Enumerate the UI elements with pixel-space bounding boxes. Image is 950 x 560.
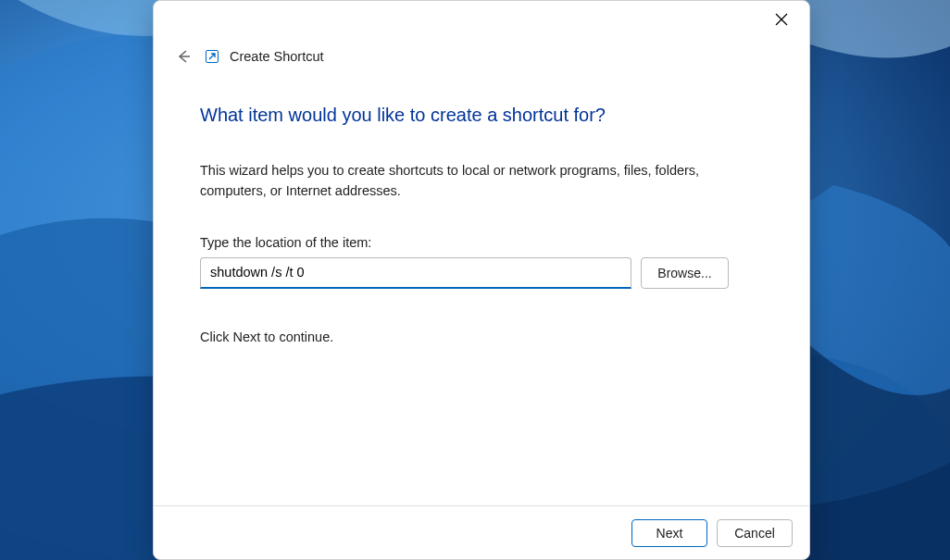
close-icon — [775, 13, 788, 26]
location-label: Type the location of the item: — [200, 235, 763, 250]
close-button[interactable] — [765, 5, 798, 34]
page-heading: What item would you like to create a sho… — [200, 105, 763, 126]
location-input-row: Browse... — [200, 257, 763, 289]
shortcut-overlay-icon — [206, 50, 219, 63]
cancel-button[interactable]: Cancel — [717, 519, 793, 547]
back-button[interactable] — [172, 45, 194, 68]
dialog-footer: Next Cancel — [154, 505, 809, 559]
location-input[interactable] — [200, 257, 631, 289]
titlebar — [154, 1, 809, 38]
next-button[interactable]: Next — [631, 519, 707, 547]
wizard-description: This wizard helps you to create shortcut… — [200, 161, 719, 202]
browse-button[interactable]: Browse... — [641, 257, 729, 289]
back-arrow-icon — [175, 48, 192, 65]
header-row: Create Shortcut — [154, 38, 809, 68]
continue-instruction: Click Next to continue. — [200, 330, 763, 344]
window-title: Create Shortcut — [230, 49, 324, 64]
dialog-content: What item would you like to create a sho… — [154, 68, 809, 505]
create-shortcut-dialog: Create Shortcut What item would you like… — [153, 0, 810, 560]
